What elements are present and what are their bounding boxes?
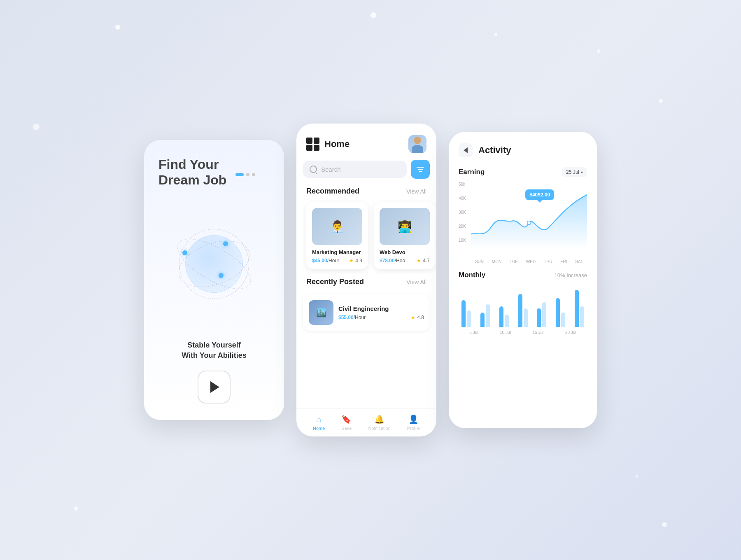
nav-profile[interactable]: 👤 Profile	[407, 414, 420, 431]
monthly-header: Monthly 10% Increase	[459, 271, 587, 279]
chevron-down-icon: ▾	[581, 170, 583, 175]
avatar-body	[412, 145, 423, 153]
bar-light-2	[486, 304, 490, 327]
rating-value-1: 4.9	[355, 258, 362, 264]
splash-subtitle-line2: With Your Abilities	[182, 350, 247, 361]
bar-dark-7	[575, 290, 579, 327]
bar-light-5	[542, 302, 546, 327]
avatar[interactable]	[408, 135, 426, 153]
filter-button[interactable]	[411, 160, 430, 179]
recommended-view-all[interactable]: View All	[406, 188, 426, 195]
x-label-mon: MON	[492, 259, 501, 264]
bar-pair-2	[480, 304, 490, 327]
bar-dark-6	[556, 298, 560, 327]
bar-group-6	[553, 298, 569, 327]
bar-dark-5	[537, 308, 541, 327]
nav-save-label: Save	[341, 426, 352, 431]
star-icon-civil: ★	[411, 315, 415, 320]
bar-group-1	[459, 300, 474, 327]
grid-icon[interactable]	[306, 138, 319, 151]
nav-home[interactable]: ⌂ Home	[313, 415, 325, 431]
bar-group-2	[478, 304, 493, 327]
job-card-webdev[interactable]: 👨‍💻 Web Devo $78.00/Hoo ★ 4.7	[374, 202, 436, 269]
search-bar[interactable]: Search	[303, 161, 407, 178]
bar-dark-1	[461, 300, 466, 327]
activity-header: Activity	[459, 143, 587, 157]
chart-dot	[527, 221, 531, 225]
bar-light-1	[467, 310, 471, 327]
phone-home-inner: Home Search	[296, 124, 436, 436]
bar-dark-3	[499, 306, 503, 327]
job-img-placeholder-1: 👨‍💼	[312, 208, 362, 245]
x-label-tue: TUE	[510, 259, 518, 264]
x-label-sun: SUN	[475, 259, 484, 264]
monthly-section: Monthly 10% Increase	[459, 271, 587, 417]
list-job-rating-civil: ★ 4.8	[411, 315, 424, 320]
date-badge[interactable]: 25 Jul ▾	[562, 167, 587, 177]
back-button[interactable]	[459, 143, 473, 157]
job-card-price-2: $78.00/Hoo	[380, 258, 405, 264]
bar-pair-4	[518, 294, 528, 327]
search-placeholder: Search	[321, 166, 341, 173]
y-label-10k: 10K	[459, 238, 466, 243]
pagination	[235, 173, 255, 176]
pagination-dot2	[252, 173, 255, 176]
bar-x-label-4: 20 Jul	[565, 330, 576, 335]
home-header-left: Home	[306, 138, 350, 151]
bar-x-labels: 5 Jul 10 Jul 15 Jul 20 Jul	[459, 330, 587, 335]
avatar-head	[414, 137, 421, 144]
recently-posted-view-all[interactable]: View All	[406, 279, 426, 285]
bar-light-6	[561, 313, 565, 327]
star-icon-1: ★	[349, 258, 354, 264]
bar-chart	[459, 286, 587, 327]
earning-header: Earning 25 Jul ▾	[459, 167, 587, 177]
rating-value-civil: 4.8	[417, 315, 424, 320]
bar-dark-2	[480, 313, 485, 327]
back-arrow-icon	[464, 147, 468, 153]
bar-x-label-1: 5 Jul	[469, 330, 478, 335]
y-label-40k: 40K	[459, 196, 466, 201]
recently-posted-list: 🏙️ Civil Engineering $55.00/Hour ★ 4.8	[296, 289, 436, 336]
home-title: Home	[324, 139, 350, 149]
monthly-increase: 10% Increase	[555, 272, 587, 278]
job-card-marketing[interactable]: 👨‍💼 Marketing Manager $45.00/Hour ★ 4.9	[306, 202, 368, 269]
chart-x-labels: SUN MON TUE WED THU FRI SAT	[471, 259, 587, 264]
profile-nav-icon: 👤	[408, 414, 419, 424]
nav-save[interactable]: 🔖 Save	[341, 414, 352, 431]
list-job-title-civil: Civil Engineering	[338, 305, 424, 312]
job-card-title-2: Web Devo	[380, 249, 430, 255]
search-row: Search	[303, 160, 430, 179]
globe-container	[169, 219, 259, 309]
recently-posted-header: Recently Posted View All	[296, 274, 436, 289]
pagination-active	[235, 173, 244, 176]
job-card-img-1: 👨‍💼	[312, 208, 362, 245]
bar-pair-6	[556, 298, 565, 327]
bar-light-4	[524, 308, 528, 327]
orbit-3	[179, 229, 249, 299]
earning-chart: 50k 40K 30K 20K 10K	[459, 182, 587, 264]
x-label-wed: WED	[526, 259, 536, 264]
list-job-bottom-civil: $55.00/Hour ★ 4.8	[338, 315, 424, 320]
x-label-sat: SAT	[575, 259, 583, 264]
job-card-title-1: Marketing Manager	[312, 249, 362, 255]
bar-group-7	[571, 290, 587, 327]
play-icon	[210, 381, 219, 393]
splash-title-line1: Find Your	[158, 156, 270, 172]
home-header: Home	[296, 124, 436, 160]
nav-notification-label: Notification	[368, 426, 390, 431]
bar-light-3	[505, 315, 509, 327]
list-job-civil[interactable]: 🏙️ Civil Engineering $55.00/Hour ★ 4.8	[303, 294, 430, 331]
play-button[interactable]	[198, 371, 231, 404]
list-job-price-civil: $55.00/Hour	[338, 315, 366, 320]
bar-x-label-3: 15 Jul	[533, 330, 544, 335]
nav-notification[interactable]: 🔔 Notification	[368, 414, 390, 431]
splash-bottom: Stable Yourself With Your Abilities	[158, 340, 270, 404]
bar-pair-3	[499, 306, 509, 327]
bar-dark-4	[518, 294, 522, 327]
recommended-header: Recommended View All	[296, 184, 436, 199]
bar-pair-7	[575, 290, 584, 327]
bar-x-label-2: 10 Jul	[500, 330, 511, 335]
job-img-placeholder-2: 👨‍💻	[380, 208, 430, 245]
bar-pair-5	[537, 302, 546, 327]
phone-home: Home Search	[296, 124, 436, 436]
